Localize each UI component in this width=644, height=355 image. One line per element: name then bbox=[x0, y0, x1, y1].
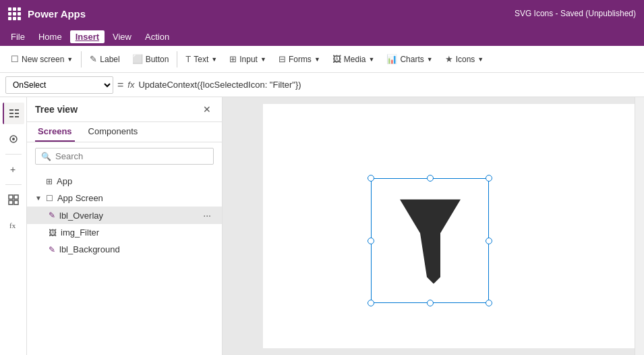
top-bar: Power Apps SVG Icons - Saved (Unpublishe… bbox=[0, 0, 644, 27]
list-item[interactable]: 🖼 img_Filter bbox=[27, 224, 222, 241]
svg-rect-10 bbox=[14, 195, 18, 199]
menu-file[interactable]: File bbox=[5, 30, 30, 43]
tab-screens[interactable]: Screens bbox=[35, 122, 75, 142]
tree-panel-title: Tree view bbox=[35, 104, 78, 115]
sidebar-add-icon[interactable]: + bbox=[3, 159, 24, 180]
image-item-icon: 🖼 bbox=[49, 228, 57, 238]
svg-text:fx: fx bbox=[9, 221, 16, 229]
search-box: 🔍 bbox=[35, 148, 214, 165]
tree-content: ⊞ App ▼ ☐ App Screen ✎ lbl_Overlay ··· 🖼… bbox=[27, 170, 222, 355]
search-icon: 🔍 bbox=[41, 152, 51, 161]
tree-search-container: 🔍 bbox=[27, 142, 222, 170]
text-icon: T bbox=[185, 54, 191, 64]
handle-bottom-center[interactable] bbox=[427, 300, 434, 306]
sidebar-layers-icon[interactable] bbox=[3, 128, 24, 150]
handle-bottom-right[interactable] bbox=[486, 300, 492, 306]
close-icon[interactable]: ✕ bbox=[200, 103, 214, 116]
handle-bottom-left[interactable] bbox=[368, 300, 374, 306]
menu-view[interactable]: View bbox=[107, 30, 137, 43]
media-button[interactable]: 🖼 Media ▼ bbox=[327, 51, 380, 67]
charts-icon: 📊 bbox=[386, 54, 397, 64]
tree-panel-header: Tree view ✕ bbox=[27, 97, 222, 122]
item-label-appscreen: App Screen bbox=[57, 193, 214, 203]
handle-middle-right[interactable] bbox=[486, 238, 492, 244]
menu-home[interactable]: Home bbox=[33, 30, 67, 43]
svg-rect-3 bbox=[15, 109, 19, 111]
forms-button[interactable]: ⊟ Forms ▼ bbox=[273, 51, 326, 67]
svg-text:+: + bbox=[10, 164, 16, 175]
toolbar: ☐ New screen ▼ ✎ Label ⬜ Button T Text ▼… bbox=[0, 46, 644, 73]
svg-rect-4 bbox=[15, 113, 19, 114]
canvas-area[interactable] bbox=[223, 97, 644, 355]
tab-components[interactable]: Components bbox=[86, 122, 141, 142]
input-icon: ⊞ bbox=[229, 54, 237, 64]
app-icon: ⊞ bbox=[46, 177, 53, 186]
label-item-icon: ✎ bbox=[49, 211, 55, 220]
screen-icon: ☐ bbox=[46, 194, 53, 203]
icons-button[interactable]: ★ Icons ▼ bbox=[440, 51, 490, 67]
label-button[interactable]: ✎ Label bbox=[84, 51, 125, 67]
app-title: Power Apps bbox=[28, 8, 86, 20]
svg-point-7 bbox=[12, 138, 15, 140]
text-button[interactable]: T Text ▼ bbox=[180, 51, 223, 67]
formula-input[interactable] bbox=[138, 76, 639, 94]
property-selector[interactable]: OnSelect bbox=[5, 76, 113, 94]
handle-middle-left[interactable] bbox=[368, 238, 374, 244]
svg-rect-0 bbox=[9, 109, 13, 111]
equals-sign: = bbox=[117, 79, 123, 91]
handle-top-center[interactable] bbox=[427, 175, 434, 182]
apps-icon[interactable] bbox=[8, 7, 21, 20]
sidebar-variable-icon[interactable]: fx bbox=[3, 215, 24, 236]
icons-dropdown-icon: ▼ bbox=[477, 56, 484, 63]
text-dropdown-icon: ▼ bbox=[211, 56, 217, 63]
toolbar-divider-2 bbox=[177, 51, 177, 67]
charts-button[interactable]: 📊 Charts ▼ bbox=[381, 51, 438, 67]
item-label-img-filter: img_Filter bbox=[61, 227, 214, 238]
forms-dropdown-icon: ▼ bbox=[314, 56, 320, 63]
more-options-icon[interactable]: ··· bbox=[200, 210, 214, 221]
sidebar-tree-icon[interactable] bbox=[3, 103, 24, 124]
svg-marker-14 bbox=[400, 199, 461, 283]
canvas-surface[interactable] bbox=[263, 104, 635, 348]
input-dropdown-icon: ▼ bbox=[260, 56, 266, 63]
sidebar-divider-2 bbox=[5, 184, 22, 185]
label-bg-icon: ✎ bbox=[49, 245, 55, 254]
svg-rect-5 bbox=[15, 116, 19, 117]
button-button[interactable]: ⬜ Button bbox=[127, 51, 175, 67]
item-label-lbl-background: lbl_Background bbox=[59, 244, 214, 254]
sidebar-divider bbox=[5, 154, 22, 155]
new-screen-button[interactable]: ☐ New screen ▼ bbox=[5, 51, 78, 67]
selected-element[interactable] bbox=[371, 178, 489, 303]
handle-top-right[interactable] bbox=[486, 175, 492, 182]
item-label-lbl-overlay: lbl_Overlay bbox=[59, 211, 198, 221]
media-dropdown-icon: ▼ bbox=[368, 56, 374, 63]
media-icon: 🖼 bbox=[332, 54, 341, 64]
new-screen-dropdown-icon: ▼ bbox=[67, 56, 73, 63]
svg-rect-2 bbox=[9, 116, 13, 117]
search-input[interactable] bbox=[55, 151, 208, 161]
saved-status: SVG Icons - Saved (Unpublished) bbox=[515, 9, 636, 18]
input-button[interactable]: ⊞ Input ▼ bbox=[224, 51, 272, 67]
filter-funnel-icon bbox=[397, 196, 464, 285]
handle-top-left[interactable] bbox=[368, 175, 374, 182]
toolbar-divider-1 bbox=[81, 51, 82, 67]
list-item[interactable]: ✎ lbl_Background bbox=[27, 241, 222, 258]
icons-icon: ★ bbox=[445, 54, 453, 64]
label-icon: ✎ bbox=[90, 54, 97, 64]
new-screen-icon: ☐ bbox=[11, 54, 19, 64]
button-icon: ⬜ bbox=[132, 54, 143, 64]
menu-bar: File Home Insert View Action bbox=[0, 27, 644, 46]
svg-rect-11 bbox=[9, 200, 13, 204]
scrollbar[interactable] bbox=[635, 97, 644, 355]
item-label-app: App bbox=[57, 176, 214, 186]
fx-label: fx bbox=[127, 80, 134, 90]
menu-insert[interactable]: Insert bbox=[70, 30, 105, 43]
formula-bar: OnSelect = fx bbox=[0, 73, 644, 97]
menu-action[interactable]: Action bbox=[140, 30, 175, 43]
list-item[interactable]: ✎ lbl_Overlay ··· bbox=[27, 207, 222, 224]
tree-tabs: Screens Components bbox=[27, 122, 222, 142]
sidebar-components-icon[interactable] bbox=[3, 189, 24, 211]
list-item[interactable]: ▼ ☐ App Screen bbox=[27, 190, 222, 207]
main-area: + fx Tree view ✕ Screens Components bbox=[0, 97, 644, 355]
list-item[interactable]: ⊞ App bbox=[27, 173, 222, 190]
